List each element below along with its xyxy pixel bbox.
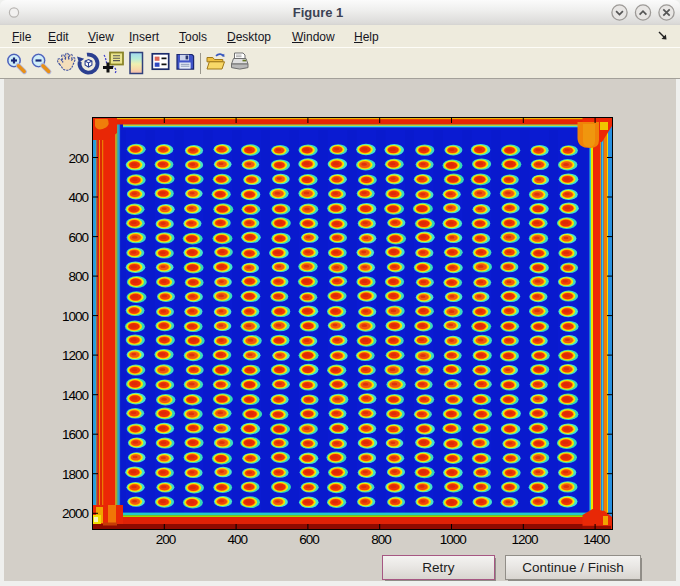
svg-text:600: 600 bbox=[68, 230, 88, 245]
svg-text:200: 200 bbox=[68, 151, 88, 166]
svg-text:1200: 1200 bbox=[62, 348, 89, 363]
svg-text:800: 800 bbox=[371, 532, 391, 547]
svg-text:1200: 1200 bbox=[511, 532, 538, 547]
svg-text:600: 600 bbox=[299, 532, 319, 547]
svg-text:400: 400 bbox=[68, 190, 88, 205]
svg-text:1400: 1400 bbox=[62, 388, 89, 403]
svg-text:1000: 1000 bbox=[62, 309, 89, 324]
svg-text:2000: 2000 bbox=[62, 506, 89, 521]
svg-text:400: 400 bbox=[228, 532, 248, 547]
svg-text:1000: 1000 bbox=[440, 532, 467, 547]
svg-text:800: 800 bbox=[68, 269, 88, 284]
svg-text:200: 200 bbox=[156, 532, 176, 547]
svg-text:1400: 1400 bbox=[583, 532, 610, 547]
svg-text:1800: 1800 bbox=[62, 467, 89, 482]
svg-text:1600: 1600 bbox=[62, 427, 89, 442]
